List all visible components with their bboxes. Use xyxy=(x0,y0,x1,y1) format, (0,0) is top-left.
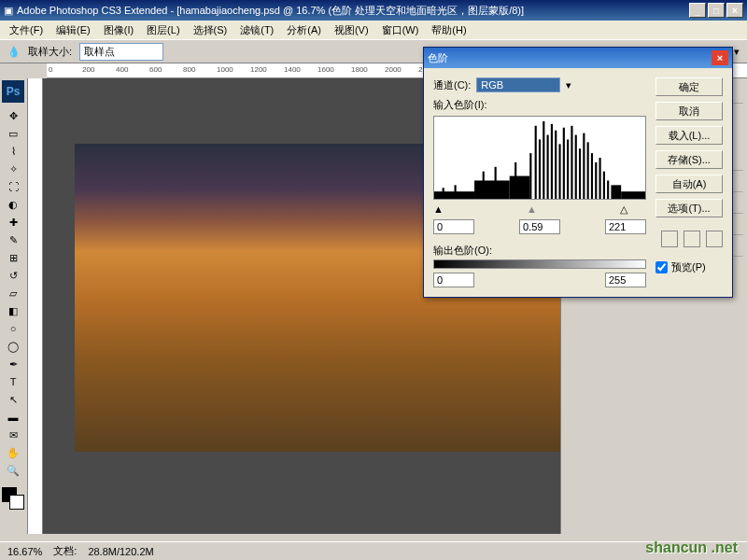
channel-select[interactable]: RGB xyxy=(476,77,560,92)
menu-file[interactable]: 文件(F) xyxy=(4,21,49,39)
zoom-tool[interactable]: 🔍 xyxy=(2,462,24,479)
svg-rect-21 xyxy=(583,133,585,199)
input-black-field[interactable] xyxy=(433,219,474,234)
blur-tool[interactable]: ○ xyxy=(2,320,24,337)
output-gradient[interactable] xyxy=(433,259,646,269)
input-white-field[interactable] xyxy=(605,219,646,234)
white-eyedropper-icon[interactable] xyxy=(706,231,723,247)
app-icon: ▣ xyxy=(4,5,13,17)
menu-analysis[interactable]: 分析(A) xyxy=(281,21,327,39)
preview-checkbox[interactable]: 预览(P) xyxy=(655,260,723,274)
menu-help[interactable]: 帮助(H) xyxy=(426,21,472,39)
svg-rect-25 xyxy=(599,158,600,199)
menu-image[interactable]: 图像(I) xyxy=(98,21,139,39)
levels-dialog: 色阶 × 通道(C): RGB ▾ 输入色阶(I): xyxy=(423,47,733,298)
black-slider-icon[interactable]: ▲ xyxy=(433,203,444,216)
svg-rect-8 xyxy=(529,153,531,199)
history-brush-tool[interactable]: ↺ xyxy=(2,267,24,284)
eyedropper-icon[interactable]: 💧 xyxy=(7,46,21,58)
wand-tool[interactable]: ✧ xyxy=(2,161,24,177)
svg-rect-23 xyxy=(591,153,593,199)
close-button[interactable]: × xyxy=(726,3,743,18)
maximize-button[interactable]: □ xyxy=(708,3,725,18)
crop-tool[interactable]: ⛶ xyxy=(2,178,24,195)
menu-view[interactable]: 视图(V) xyxy=(329,21,374,39)
svg-rect-14 xyxy=(555,131,557,199)
gradient-tool[interactable]: ◧ xyxy=(2,302,24,319)
svg-rect-2 xyxy=(455,185,457,199)
ok-button[interactable]: 确定 xyxy=(655,77,723,96)
menu-edit[interactable]: 编辑(E) xyxy=(50,21,96,39)
black-eyedropper-icon[interactable] xyxy=(661,231,678,247)
svg-rect-28 xyxy=(611,185,621,199)
ps-logo-icon: Ps xyxy=(2,80,24,103)
menu-layer[interactable]: 图层(L) xyxy=(141,21,185,39)
stamp-tool[interactable]: ⊞ xyxy=(2,249,24,266)
options-button[interactable]: 选项(T)... xyxy=(655,199,723,217)
cancel-button[interactable]: 取消 xyxy=(655,102,723,120)
dodge-tool[interactable]: ◯ xyxy=(2,338,24,355)
type-tool[interactable]: T xyxy=(2,373,24,390)
minimize-button[interactable]: _ xyxy=(689,3,706,18)
hand-tool[interactable]: ✋ xyxy=(2,444,24,461)
menu-select[interactable]: 选择(S) xyxy=(188,21,233,39)
lasso-tool[interactable]: ⌇ xyxy=(2,143,24,160)
svg-rect-17 xyxy=(567,139,569,199)
titlebar: ▣ Adobe Photoshop CS3 Extended - [hamaba… xyxy=(0,0,747,21)
svg-rect-20 xyxy=(579,148,581,199)
menu-window[interactable]: 窗口(W) xyxy=(376,21,425,39)
output-black-field[interactable] xyxy=(433,273,474,287)
menu-filter[interactable]: 滤镜(T) xyxy=(234,21,279,39)
toolbox: Ps ✥ ▭ ⌇ ✧ ⛶ ◐ ✚ ✎ ⊞ ↺ ▱ ◧ ○ ◯ ✒ T ↖ ▬ ✉… xyxy=(0,78,28,534)
statusbar: 16.67% 文档: 28.8M/120.2M xyxy=(0,541,747,560)
input-levels-label: 输入色阶(I): xyxy=(433,98,646,112)
svg-rect-29 xyxy=(621,191,645,199)
sample-size-label: 取样大小: xyxy=(28,45,72,59)
pen-tool[interactable]: ✒ xyxy=(2,356,24,372)
gray-eyedropper-icon[interactable] xyxy=(684,231,700,247)
auto-button[interactable]: 自动(A) xyxy=(655,175,723,193)
shape-tool[interactable]: ▬ xyxy=(2,409,24,426)
marquee-tool[interactable]: ▭ xyxy=(2,125,24,142)
svg-rect-15 xyxy=(558,144,560,199)
white-slider-icon[interactable]: △ xyxy=(620,203,627,216)
path-tool[interactable]: ↖ xyxy=(2,391,24,408)
svg-rect-11 xyxy=(543,121,544,199)
svg-rect-19 xyxy=(575,135,577,199)
output-levels-label: 输出色阶(O): xyxy=(433,244,646,258)
eraser-tool[interactable]: ▱ xyxy=(2,285,24,301)
dialog-titlebar[interactable]: 色阶 × xyxy=(424,48,732,68)
chevron-down-icon[interactable]: ▾ xyxy=(566,79,571,91)
dialog-title: 色阶 xyxy=(428,51,448,65)
color-swatches[interactable] xyxy=(2,487,25,510)
dialog-close-button[interactable]: × xyxy=(712,50,728,65)
output-white-field[interactable] xyxy=(605,273,646,287)
move-tool[interactable]: ✥ xyxy=(2,107,24,124)
menubar: 文件(F) 编辑(E) 图像(I) 图层(L) 选择(S) 滤镜(T) 分析(A… xyxy=(0,21,747,39)
brush-tool[interactable]: ✎ xyxy=(2,231,24,248)
doc-size: 28.8M/120.2M xyxy=(88,546,153,557)
svg-rect-10 xyxy=(539,139,541,199)
svg-rect-4 xyxy=(483,172,485,199)
input-gamma-field[interactable] xyxy=(519,219,560,234)
svg-rect-16 xyxy=(563,128,565,199)
eyedropper-tool[interactable]: ◐ xyxy=(2,196,24,213)
sample-size-select[interactable]: 取样点 xyxy=(79,43,163,61)
gamma-slider-icon[interactable]: ▲ xyxy=(527,203,537,216)
zoom-level[interactable]: 16.67% xyxy=(7,546,42,557)
background-color[interactable] xyxy=(9,495,24,510)
svg-rect-6 xyxy=(510,176,530,199)
svg-rect-22 xyxy=(587,142,589,199)
svg-rect-1 xyxy=(443,188,444,199)
app-title: Adobe Photoshop CS3 Extended - [hamabaji… xyxy=(17,4,524,18)
channel-label: 通道(C): xyxy=(433,78,471,92)
svg-rect-26 xyxy=(603,172,605,199)
svg-rect-0 xyxy=(434,191,474,199)
save-button[interactable]: 存储(S)... xyxy=(655,150,723,169)
load-button[interactable]: 载入(L)... xyxy=(655,126,723,145)
vertical-ruler xyxy=(28,78,43,534)
notes-tool[interactable]: ✉ xyxy=(2,427,24,443)
svg-rect-7 xyxy=(514,162,516,199)
svg-rect-18 xyxy=(571,126,572,199)
heal-tool[interactable]: ✚ xyxy=(2,214,24,231)
